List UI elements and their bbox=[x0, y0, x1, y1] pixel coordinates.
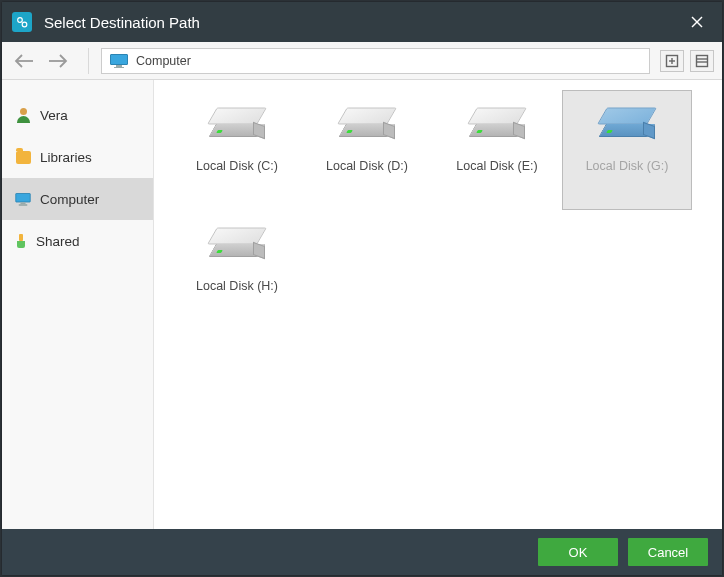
drive-label: Local Disk (C:) bbox=[196, 159, 278, 173]
arrow-right-icon bbox=[47, 53, 69, 69]
drive-label: Local Disk (E:) bbox=[456, 159, 537, 173]
plus-icon bbox=[665, 54, 679, 68]
sidebar-item-libraries[interactable]: Libraries bbox=[2, 136, 153, 178]
computer-icon bbox=[14, 190, 32, 208]
forward-button[interactable] bbox=[44, 47, 72, 75]
drive-item[interactable]: Local Disk (H:) bbox=[172, 210, 302, 330]
computer-icon bbox=[110, 54, 128, 68]
sidebar-item-label: Vera bbox=[40, 108, 68, 123]
disk-icon bbox=[339, 101, 395, 145]
svg-rect-12 bbox=[19, 234, 23, 241]
sidebar-item-shared[interactable]: Shared bbox=[2, 220, 153, 262]
window-title: Select Destination Path bbox=[44, 14, 682, 31]
sidebar-item-label: Computer bbox=[40, 192, 99, 207]
navigation-toolbar: Computer bbox=[2, 42, 722, 80]
sidebar-item-label: Libraries bbox=[40, 150, 92, 165]
sidebar-item-vera[interactable]: Vera bbox=[2, 94, 153, 136]
sidebar: Vera Libraries Computer Shared bbox=[2, 80, 154, 529]
drive-grid: Local Disk (C:) Local Disk (D:) Local Di… bbox=[154, 80, 722, 529]
drive-item[interactable]: Local Disk (D:) bbox=[302, 90, 432, 210]
ok-button[interactable]: OK bbox=[538, 538, 618, 566]
list-icon bbox=[695, 54, 709, 68]
disk-icon bbox=[469, 101, 525, 145]
drive-item[interactable]: Local Disk (G:) bbox=[562, 90, 692, 210]
close-button[interactable] bbox=[682, 7, 712, 37]
dialog-window: Select Destination Path Computer bbox=[2, 2, 722, 575]
user-icon bbox=[14, 106, 32, 124]
view-list-button[interactable] bbox=[690, 50, 714, 72]
arrow-left-icon bbox=[13, 53, 35, 69]
folder-icon bbox=[14, 148, 32, 166]
disk-icon bbox=[209, 221, 265, 265]
dialog-footer: OK Cancel bbox=[2, 529, 722, 575]
disk-icon bbox=[209, 101, 265, 145]
toolbar-divider bbox=[88, 48, 89, 74]
drive-label: Local Disk (D:) bbox=[326, 159, 408, 173]
toolbar-actions bbox=[660, 50, 714, 72]
new-folder-button[interactable] bbox=[660, 50, 684, 72]
shared-icon bbox=[14, 234, 28, 248]
app-icon bbox=[12, 12, 32, 32]
svg-rect-9 bbox=[697, 55, 708, 66]
cancel-button[interactable]: Cancel bbox=[628, 538, 708, 566]
back-button[interactable] bbox=[10, 47, 38, 75]
drive-item[interactable]: Local Disk (C:) bbox=[172, 90, 302, 210]
drive-label: Local Disk (H:) bbox=[196, 279, 278, 293]
path-text: Computer bbox=[136, 54, 191, 68]
nav-arrows bbox=[10, 47, 72, 75]
sidebar-item-label: Shared bbox=[36, 234, 80, 249]
svg-point-0 bbox=[18, 18, 23, 23]
title-bar: Select Destination Path bbox=[2, 2, 722, 42]
sidebar-item-computer[interactable]: Computer bbox=[2, 178, 153, 220]
disk-icon bbox=[599, 101, 655, 145]
close-icon bbox=[690, 15, 704, 29]
dialog-body: Vera Libraries Computer Shared bbox=[2, 80, 722, 529]
path-field[interactable]: Computer bbox=[101, 48, 650, 74]
svg-point-1 bbox=[22, 22, 27, 27]
drive-label: Local Disk (G:) bbox=[586, 159, 669, 173]
drive-item[interactable]: Local Disk (E:) bbox=[432, 90, 562, 210]
